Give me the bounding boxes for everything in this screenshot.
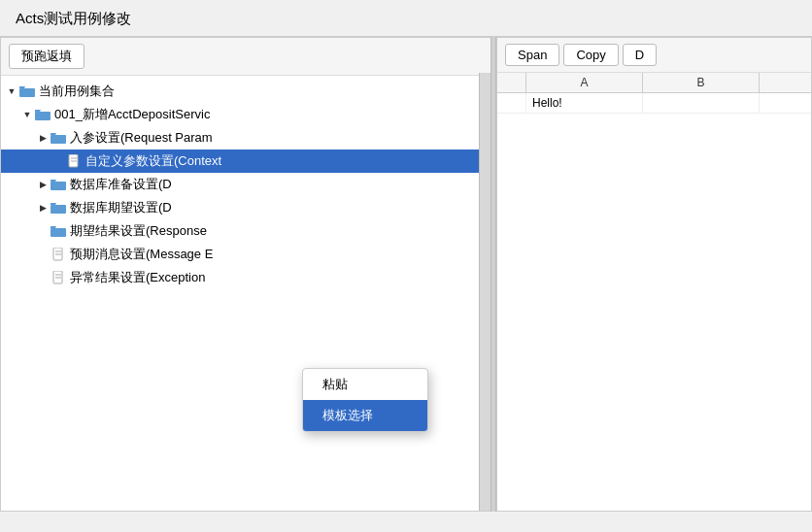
svg-rect-7 [51,205,66,214]
tree-label-request: 入参设置(Request Param [70,129,213,147]
tree-item-db-expect[interactable]: 数据库期望设置(D [1,196,491,219]
tree-item-message[interactable]: 预期消息设置(Message E [1,243,491,266]
span-button[interactable]: Span [505,44,559,66]
left-toolbar: 预跑返填 [1,38,491,76]
grid-area: A B Hello! [497,73,811,511]
tree-arrow-response [36,224,50,238]
tree-item-exception[interactable]: 异常结果设置(Exception [1,266,491,289]
folder-icon-db-expect [50,201,67,215]
tree-label-acct: 001_新增AcctDepositServic [54,106,210,123]
folder-icon-request [50,131,67,145]
svg-rect-0 [19,88,35,97]
tree-label-response: 期望结果设置(Response [70,222,207,240]
tree-item-acct[interactable]: 001_新增AcctDepositServic [1,103,491,126]
tree-item-custom[interactable]: 自定义参数设置(Context [1,150,491,173]
svg-rect-6 [51,182,66,190]
copy-button[interactable]: Copy [563,44,618,66]
tree-label-db-expect: 数据库期望设置(D [70,199,172,216]
tree-arrow-root [5,84,18,98]
left-panel: 预跑返填 当前用例集合 [0,37,491,512]
file-icon-message [50,248,67,261]
tree-arrow-message [36,248,50,261]
svg-rect-1 [35,112,51,120]
file-icon-custom [65,154,83,168]
folder-icon-db-prepare [50,178,67,191]
folder-icon-acct [34,108,51,121]
prerun-button[interactable]: 预跑返填 [9,44,85,69]
col-header-a: A [526,73,643,92]
grid-cell-row1-a[interactable]: Hello! [526,93,643,113]
context-menu-paste[interactable]: 粘贴 [303,369,427,400]
tree-label-message: 预期消息设置(Message E [70,246,213,263]
context-menu-template[interactable]: 模板选择 [303,400,427,431]
left-scrollbar [479,73,491,511]
col-header-b: B [643,73,760,92]
tree-item-request[interactable]: 入参设置(Request Param [1,126,491,150]
tree-arrow-request [36,131,50,145]
tree-arrow-db-prepare [36,178,50,191]
tree-label-db-prepare: 数据库准备设置(D [70,176,172,193]
tree-item-root[interactable]: 当前用例集合 [1,80,491,103]
svg-rect-2 [51,135,66,144]
tree-label-custom: 自定义参数设置(Context [85,152,221,170]
folder-icon-root [18,84,36,98]
tree-arrow-acct [20,108,34,121]
grid-cell-row1-num [497,93,526,113]
file-icon-exception [50,271,67,284]
tree-label-root: 当前用例集合 [39,83,115,100]
tree-item-db-prepare[interactable]: 数据库准备设置(D [1,173,491,196]
extra-button[interactable]: D [623,44,657,66]
tree-item-response[interactable]: 期望结果设置(Response [1,219,491,243]
col-header-num [497,73,526,92]
svg-rect-8 [51,228,66,237]
main-area: 预跑返填 当前用例集合 [0,36,812,512]
tree-area: 当前用例集合 001_新增AcctDepositServic [1,76,491,511]
tree-arrow-custom [51,154,65,168]
folder-icon-response [50,224,67,238]
window-title: Acts测试用例修改 [0,0,812,36]
context-menu: 粘贴 模板选择 [302,368,428,432]
tree-arrow-db-expect [36,201,50,215]
grid-header: A B [497,73,811,93]
right-toolbar: Span Copy D [497,38,811,73]
tree-label-exception: 异常结果设置(Exception [70,269,205,286]
grid-cell-row1-b[interactable] [643,93,760,113]
tree-arrow-exception [36,271,50,284]
grid-row-1: Hello! [497,93,811,114]
right-panel: Span Copy D A B Hello! [496,37,812,512]
